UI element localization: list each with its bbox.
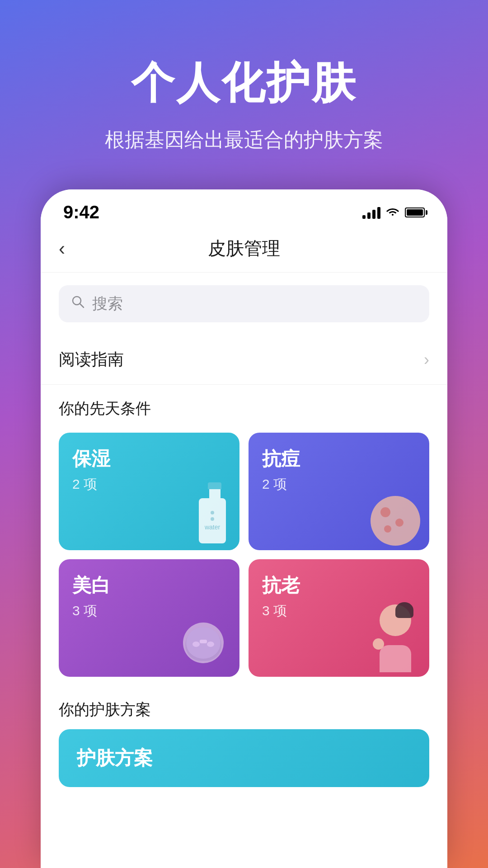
wifi-icon	[386, 205, 399, 220]
battery-icon	[405, 208, 425, 217]
card-acne[interactable]: 抗痘 2 项	[249, 433, 429, 550]
card-anti-aging[interactable]: 抗老 3 项	[249, 559, 429, 677]
svg-point-4	[207, 642, 214, 647]
card-title: 美白	[72, 573, 226, 598]
search-placeholder: 搜索	[92, 293, 123, 314]
search-icon	[71, 295, 85, 312]
status-icons	[362, 205, 425, 220]
status-bar: 9:42	[41, 189, 447, 227]
sub-title: 根据基因给出最适合的护肤方案	[27, 127, 461, 153]
svg-point-3	[192, 642, 200, 647]
plan-section: 你的护肤方案 护肤方案	[41, 686, 447, 796]
cards-grid: 保湿 2 项 water 抗痘 2	[41, 428, 447, 686]
time-display: 9:42	[63, 202, 99, 222]
plan-section-label: 你的护肤方案	[59, 699, 429, 720]
card-whitening[interactable]: 美白 3 项	[59, 559, 239, 677]
back-button[interactable]: ‹	[59, 238, 86, 259]
page-title: 皮肤管理	[86, 236, 402, 261]
chevron-right-icon: ›	[424, 350, 429, 369]
card-moisturizing[interactable]: 保湿 2 项 water	[59, 433, 239, 550]
hero-section: 个人化护肤 根据基因给出最适合的护肤方案	[0, 0, 488, 189]
search-section: 搜索	[41, 273, 447, 335]
content-area: 搜索 阅读指南 › 你的先天条件 保湿 2 项	[41, 273, 447, 868]
guide-label: 阅读指南	[59, 349, 124, 371]
card-title: 保湿	[72, 446, 226, 472]
signal-icon	[362, 206, 380, 219]
search-box[interactable]: 搜索	[59, 285, 429, 322]
svg-line-1	[80, 304, 84, 307]
innate-section-label: 你的先天条件	[41, 385, 447, 428]
nav-bar: ‹ 皮肤管理	[41, 227, 447, 273]
plan-card-title: 护肤方案	[77, 745, 411, 771]
main-title: 个人化护肤	[27, 54, 461, 113]
skincare-plan-card[interactable]: 护肤方案	[59, 729, 429, 787]
guide-row[interactable]: 阅读指南 ›	[41, 335, 447, 385]
water-bottle-icon: water	[199, 482, 230, 546]
acne-face-icon	[371, 496, 420, 546]
card-title: 抗老	[262, 573, 416, 598]
face-mask-icon	[176, 613, 230, 672]
person-icon	[371, 604, 420, 672]
card-title: 抗痘	[262, 446, 416, 472]
card-count: 2 项	[262, 475, 416, 494]
phone-mockup: 9:42 ‹ 皮肤管理	[41, 189, 447, 868]
svg-rect-5	[200, 640, 207, 643]
